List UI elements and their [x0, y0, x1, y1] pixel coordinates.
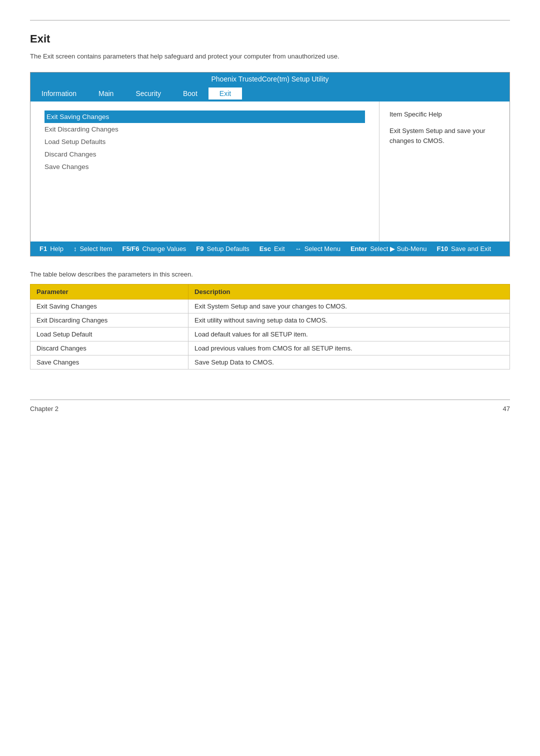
menu-item-exit-discarding[interactable]: Exit Discarding Changes: [44, 123, 365, 136]
footer-page: 47: [503, 405, 510, 412]
label-select-item: Select Item: [80, 245, 112, 252]
bios-help-panel: Item Specific Help Exit System Setup and…: [380, 102, 510, 242]
cell-desc-2: Load default values for all SETUP item.: [188, 328, 510, 342]
col-parameter: Parameter: [30, 284, 188, 300]
key-f1: F1: [40, 245, 47, 252]
key-esc: Esc: [260, 245, 271, 252]
cell-desc-0: Exit System Setup and save your changes …: [188, 300, 510, 314]
table-row: Exit Discarding ChangesExit utility with…: [30, 314, 510, 328]
menu-item-load-defaults[interactable]: Load Setup Defaults: [44, 136, 365, 148]
menu-item-save-changes[interactable]: Save Changes: [44, 160, 365, 173]
section-text: The table below describes the parameters…: [30, 270, 510, 278]
status-f1: F1 Help: [36, 244, 70, 254]
menu-item-exit-saving[interactable]: Exit Saving Changes: [44, 110, 365, 123]
status-arrow-icon: ↔ Select Menu: [292, 244, 348, 254]
key-enter: Enter: [350, 245, 367, 252]
col-description: Description: [188, 284, 510, 300]
key-f10: F10: [436, 245, 448, 252]
cell-param-1: Exit Discarding Changes: [30, 314, 188, 328]
label-save-exit: Save and Exit: [451, 245, 491, 252]
key-f5f6: F5/F6: [122, 245, 139, 252]
cell-param-2: Load Setup Default: [30, 328, 188, 342]
footer-chapter: Chapter 2: [30, 405, 58, 412]
intro-text: The Exit screen contains parameters that…: [30, 52, 510, 60]
bios-content: Exit Saving Changes Exit Discarding Chan…: [30, 102, 510, 242]
bottom-divider: [30, 400, 510, 400]
nav-item-information[interactable]: Information: [30, 88, 88, 100]
status-esc: Esc Exit: [256, 244, 292, 254]
bios-nav: Information Main Security Boot Exit: [30, 86, 510, 102]
bios-status-bar: F1 Help ↕ Select Item F5/F6 Change Value…: [30, 242, 510, 256]
label-help: Help: [50, 245, 64, 252]
bottom-footer: Chapter 2 47: [30, 405, 510, 412]
nav-item-security[interactable]: Security: [124, 88, 172, 100]
cell-param-0: Exit Saving Changes: [30, 300, 188, 314]
table-row: Exit Saving ChangesExit System Setup and…: [30, 300, 510, 314]
table-header-row: Parameter Description: [30, 284, 510, 300]
nav-item-main[interactable]: Main: [88, 88, 124, 100]
page-title: Exit: [30, 32, 510, 46]
table-row: Discard ChangesLoad previous values from…: [30, 342, 510, 356]
label-setup-defaults: Setup Defaults: [207, 245, 250, 252]
bios-title-bar: Phoenix TrustedCore(tm) Setup Utility: [30, 72, 510, 86]
help-text: Exit System Setup and save your changes …: [390, 126, 500, 146]
cell-desc-3: Load previous values from CMOS for all S…: [188, 342, 510, 356]
arrow-icon: ↔: [295, 245, 302, 252]
label-exit: Exit: [274, 245, 285, 252]
table-row: Load Setup DefaultLoad default values fo…: [30, 328, 510, 342]
label-select-submenu: Select ▶ Sub-Menu: [370, 245, 426, 252]
bios-panel: Phoenix TrustedCore(tm) Setup Utility In…: [30, 72, 510, 256]
status-enter: Enter Select ▶ Sub-Menu: [348, 244, 434, 254]
bios-main-panel: Exit Saving Changes Exit Discarding Chan…: [30, 102, 380, 242]
params-table: Parameter Description Exit Saving Change…: [30, 284, 510, 370]
table-row: Save ChangesSave Setup Data to CMOS.: [30, 356, 510, 370]
help-title: Item Specific Help: [390, 110, 500, 118]
status-f9: F9 Setup Defaults: [193, 244, 256, 254]
menu-item-discard-changes[interactable]: Discard Changes: [44, 148, 365, 160]
nav-item-boot[interactable]: Boot: [172, 88, 208, 100]
cell-desc-4: Save Setup Data to CMOS.: [188, 356, 510, 370]
cell-desc-1: Exit utility without saving setup data t…: [188, 314, 510, 328]
key-f9: F9: [196, 245, 204, 252]
cell-param-4: Save Changes: [30, 356, 188, 370]
cell-param-3: Discard Changes: [30, 342, 188, 356]
nav-item-exit[interactable]: Exit: [208, 88, 242, 100]
label-change-values: Change Values: [142, 245, 186, 252]
top-divider: [30, 20, 510, 20]
status-f10: F10 Save and Exit: [434, 244, 498, 254]
status-f5f6: F5/F6 Change Values: [119, 244, 193, 254]
sort-icon: ↕: [74, 245, 77, 252]
status-sort-icon: ↕ Select Item: [70, 244, 120, 254]
label-select-menu: Select Menu: [304, 245, 340, 252]
